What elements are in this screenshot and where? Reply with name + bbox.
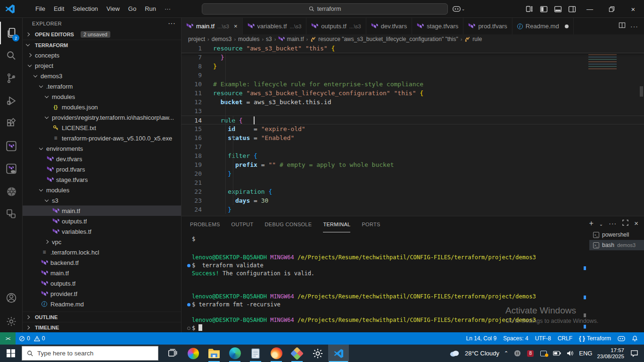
panel-tab-output[interactable]: OUTPUT — [231, 216, 254, 232]
split-editor-icon[interactable] — [619, 22, 626, 31]
code-line-15[interactable]: 15 id = "expire-old" — [182, 124, 644, 133]
code-line-23[interactable]: 23 days = 30 — [182, 196, 644, 205]
terraform-cloud-activity-button[interactable] — [0, 157, 23, 180]
code-line-17[interactable]: 17 — [182, 142, 644, 151]
tab-outputs-tf[interactable]: outputs.tf...\s3 — [306, 18, 366, 34]
taskbar-task-view-button[interactable] — [162, 345, 183, 362]
weather-text[interactable]: 28°C Cloudy — [465, 350, 499, 357]
red-app-icon[interactable]: 8 — [526, 350, 535, 357]
tree-item-stage.tfvars[interactable]: stage.tfvars — [23, 174, 181, 185]
menu-run[interactable]: Run — [140, 0, 160, 18]
taskbar-file-explorer-button[interactable] — [204, 345, 224, 362]
status-terraform[interactable]: { }Terraform — [576, 332, 614, 345]
breadcrumb-item[interactable]: modules — [238, 36, 259, 42]
status-crlf[interactable]: CRLF — [554, 332, 576, 345]
code-line-16[interactable]: 16 status = "Enabled" — [182, 133, 644, 142]
breadcrumb-item[interactable]: rule — [464, 36, 482, 42]
tree-item-backend.tf[interactable]: backend.tf — [23, 257, 181, 268]
panel-tab-debug-console[interactable]: DEBUG CONSOLE — [265, 216, 312, 232]
taskbar-firefox-button[interactable] — [266, 345, 287, 362]
search-activity-button[interactable] — [0, 44, 23, 67]
battery-icon[interactable] — [553, 351, 561, 356]
tab-readme-md[interactable]: iReadme.md — [512, 18, 574, 34]
tab-stage-tfvars[interactable]: stage.tfvars — [412, 18, 463, 34]
command-center-search[interactable]: terraform — [202, 3, 448, 15]
tray-chevron-icon[interactable]: ⌃ — [504, 350, 508, 356]
panel-tab-terminal[interactable]: TERMINAL — [323, 216, 350, 232]
status-spaces-4[interactable]: Spaces: 4 — [500, 332, 531, 345]
tree-item-variables.tf[interactable]: variables.tf — [23, 226, 181, 237]
accounts-button[interactable] — [0, 287, 23, 309]
tree-item-prod.tfvars[interactable]: prod.tfvars — [23, 164, 181, 174]
code-line-7[interactable]: 7 } — [182, 53, 644, 62]
taskbar-search[interactable]: Type here to search — [22, 346, 158, 361]
settings-gear-button[interactable] — [0, 310, 23, 333]
run-debug-activity-button[interactable] — [0, 90, 23, 112]
tree-item-main.tf[interactable]: main.tf — [23, 268, 181, 278]
panel-tab-ports[interactable]: PORTS — [362, 216, 380, 232]
toggle-sidebar-icon[interactable] — [537, 3, 551, 15]
tab-main-tf[interactable]: main.tf...\s3× — [182, 18, 243, 34]
tree-item-concepts[interactable]: concepts — [23, 50, 181, 60]
blue-card-icon[interactable] — [539, 351, 548, 356]
code-line-20[interactable]: 20 } — [182, 169, 644, 178]
breadcrumb-item[interactable]: s3 — [266, 36, 272, 42]
terraform-box-activity-button[interactable] — [0, 135, 23, 157]
close-icon[interactable]: × — [234, 23, 238, 30]
timeline-section[interactable]: TIMELINE — [23, 322, 181, 332]
taskbar-vscode-button[interactable] — [328, 345, 349, 362]
code-line-22[interactable]: 22 expiration { — [182, 187, 644, 196]
tree-item-provider.tf[interactable]: provider.tf — [23, 288, 181, 299]
breadcrumb-item[interactable]: main.tf — [278, 36, 304, 42]
code-line-9[interactable]: 9 — [182, 71, 644, 80]
tree-item-dev.tfvars[interactable]: dev.tfvars — [23, 154, 181, 164]
tree-item-providers-registry.terraform.io-hashicorp-aw...[interactable]: providers\registry.terraform.io\hashicor… — [23, 112, 181, 123]
onedrive-paused-icon[interactable] — [513, 350, 521, 357]
taskbar-notepad-button[interactable] — [245, 345, 266, 362]
tree-item-modules.json[interactable]: {}modules.json — [23, 102, 181, 112]
status-utf-8[interactable]: UTF-8 — [532, 332, 554, 345]
tree-item-modules[interactable]: modules — [23, 91, 181, 102]
code-line-8[interactable]: 8} — [182, 62, 644, 71]
volume-icon[interactable] — [566, 350, 574, 356]
tree-item-outputs.tf[interactable]: outputs.tf — [23, 278, 181, 288]
action-center-icon[interactable] — [629, 350, 639, 357]
code-line-12[interactable]: 12 bucket = aws_s3_bucket.this.id — [182, 98, 644, 107]
kubernetes-activity-button[interactable] — [0, 180, 23, 203]
clock[interactable]: 17:57 23/08/2025 — [597, 347, 624, 360]
customize-layout-icon[interactable] — [522, 3, 537, 15]
code-editor[interactable]: 1resource "aws_s3_bucket" "this" {7 }8}9… — [182, 44, 644, 216]
status-ln-14-col-9[interactable]: Ln 14, Col 9 — [463, 332, 500, 345]
editor-scrollbar[interactable] — [640, 86, 643, 97]
tab-variables-tf[interactable]: variables.tf...\s3 — [243, 18, 307, 34]
breadcrumb-item[interactable]: demos3 — [212, 36, 232, 42]
toggle-secondary-sidebar-icon[interactable] — [565, 3, 579, 15]
code-line-24[interactable]: 24 } — [182, 205, 644, 214]
tree-item-s3[interactable]: s3 — [23, 195, 181, 206]
start-button[interactable] — [0, 345, 22, 362]
explorer-activity-button[interactable]: 2 — [0, 22, 23, 44]
taskbar-diamond-app-button[interactable] — [287, 345, 307, 362]
outline-section[interactable]: OUTLINE — [23, 312, 181, 322]
copilot-menu-icon[interactable]: ⌄ — [452, 3, 466, 15]
remote-indicator[interactable]: >< — [0, 332, 16, 345]
code-line-14[interactable]: 14 rule { — [182, 115, 644, 124]
menu-file[interactable]: File — [31, 0, 50, 18]
tree-item-vpc[interactable]: vpc — [23, 237, 181, 247]
menu-selection[interactable]: Selection — [68, 0, 102, 18]
minimize-icon[interactable]: — — [579, 0, 601, 18]
extensions-activity-button[interactable] — [0, 112, 23, 135]
tree-item-outputs.tf[interactable]: outputs.tf — [23, 216, 181, 226]
status-bell-icon[interactable] — [628, 332, 641, 345]
tree-item-.terraform.lock.hcl[interactable]: ≡.terraform.lock.hcl — [23, 247, 181, 257]
maximize-panel-icon[interactable] — [622, 219, 628, 228]
panel-tab-problems[interactable]: PROBLEMS — [190, 216, 220, 232]
tab-dev-tfvars[interactable]: dev.tfvars — [366, 18, 412, 34]
tree-item-main.tf[interactable]: main.tf — [23, 206, 181, 216]
restore-icon[interactable] — [601, 0, 622, 18]
menu-edit[interactable]: Edit — [50, 0, 68, 18]
ellipsis-icon[interactable]: ··· — [609, 219, 617, 228]
language-indicator[interactable]: ENG — [579, 350, 592, 357]
problems-status[interactable]: 0 0 — [16, 332, 48, 345]
tree-item-modules[interactable]: modules — [23, 185, 181, 195]
